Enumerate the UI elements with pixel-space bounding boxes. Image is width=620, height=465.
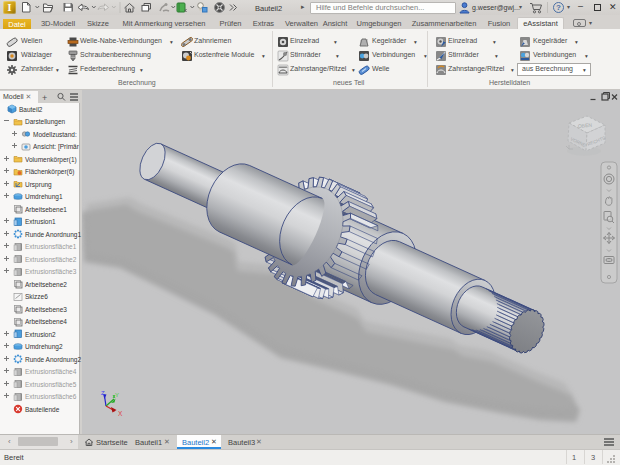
svg-text:Y: Y xyxy=(115,392,119,398)
svg-text:X: X xyxy=(118,410,123,417)
svg-text:Z: Z xyxy=(101,390,105,396)
svg-text:OBEN: OBEN xyxy=(578,122,593,129)
